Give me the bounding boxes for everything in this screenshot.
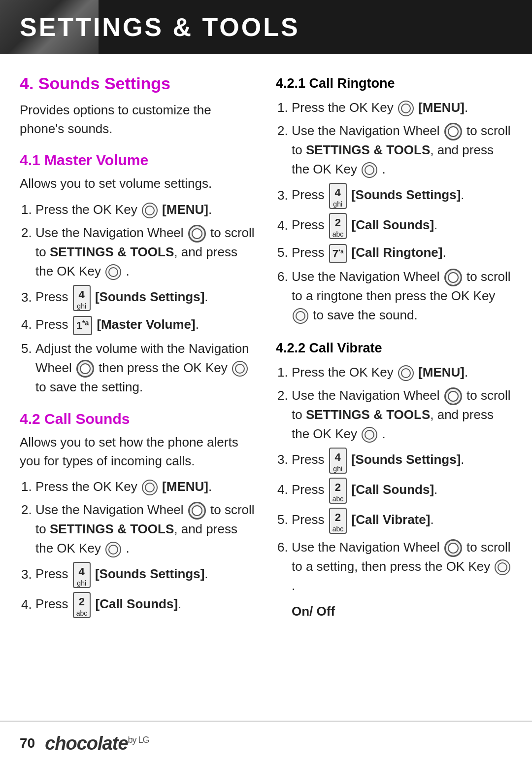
section-422-steps: Press the OK Key [MENU]. Use the Navigat… xyxy=(292,363,512,595)
step-42-3: Press 4ghi [Sounds Settings]. xyxy=(35,562,256,588)
step-41-5: Adjust the volume with the Navigation Wh… xyxy=(35,339,256,397)
section-421: 4.2.1 Call Ringtone Press the OK Key [ME… xyxy=(276,76,512,325)
step-421-4: Press 2abc [Call Sounds]. xyxy=(292,213,512,239)
section-42-heading: 4.2 Call Sounds xyxy=(20,411,256,427)
step-422-2: Use the Navigation Wheel to scroll to SE… xyxy=(292,386,512,444)
section-421-steps: Press the OK Key [MENU]. Use the Navigat… xyxy=(292,98,512,325)
key-7pqrs: 7*a xyxy=(329,244,347,263)
brand-logo: chocolateby LG xyxy=(45,733,149,754)
ok-key-icon-11 xyxy=(495,559,510,575)
brand-name: chocolate xyxy=(45,733,128,754)
step-421-6: Use the Navigation Wheel to scroll to a … xyxy=(292,267,512,325)
main-content: 4. Sounds Settings Provides options to c… xyxy=(0,54,532,648)
step-422-6: Use the Navigation Wheel to scroll to a … xyxy=(292,538,512,595)
ok-key-icon-3 xyxy=(232,361,248,377)
section-422-subheading: On/ Off xyxy=(292,602,512,621)
left-column: 4. Sounds Settings Provides options to c… xyxy=(20,74,256,628)
ok-key-icon-10 xyxy=(362,427,377,443)
section-42: 4.2 Call Sounds Allows you to set how th… xyxy=(20,411,256,619)
brand-suffix: by LG xyxy=(128,735,149,745)
step-41-1: Press the OK Key [MENU]. xyxy=(35,200,256,219)
page-title: SETTINGS & TOOLS xyxy=(0,12,300,42)
step-41-3: Press 4ghi [Sounds Settings]. xyxy=(35,285,256,311)
section-41-heading: 4.1 Master Volume xyxy=(20,152,256,169)
page-footer: 70 chocolateby LG xyxy=(0,721,532,765)
ok-key-icon-8 xyxy=(293,308,308,324)
step-421-1: Press the OK Key [MENU]. xyxy=(292,98,512,117)
ok-key-icon xyxy=(142,203,158,218)
step-42-1: Press the OK Key [MENU]. xyxy=(35,477,256,496)
section-421-heading: 4.2.1 Call Ringtone xyxy=(276,76,512,91)
step-42-4: Press 2abc [Call Sounds]. xyxy=(35,592,256,618)
step-422-4: Press 2abc [Call Sounds]. xyxy=(292,478,512,504)
ok-key-icon-9 xyxy=(398,365,414,381)
ok-key-icon-5 xyxy=(105,542,121,557)
page-header: SETTINGS & TOOLS xyxy=(0,0,532,54)
nav-wheel-icon-3 xyxy=(76,360,94,378)
key-2abc-4: 2abc xyxy=(329,508,347,534)
step-42-2: Use the Navigation Wheel to scroll to SE… xyxy=(35,500,256,558)
section-4: 4. Sounds Settings Provides options to c… xyxy=(20,74,256,138)
section-4-heading: 4. Sounds Settings xyxy=(20,74,256,93)
ok-key-icon-7 xyxy=(362,162,377,178)
key-4ghi: 4ghi xyxy=(73,285,91,311)
nav-wheel-icon-5 xyxy=(444,123,462,140)
step-421-5: Press 7*a [Call Ringtone]. xyxy=(292,243,512,263)
page-number: 70 xyxy=(20,735,35,751)
step-41-2: Use the Navigation Wheel to scroll to SE… xyxy=(35,223,256,281)
step-41-4: Press 1*a [Master Volume]. xyxy=(35,315,256,335)
key-2abc-2: 2abc xyxy=(329,213,347,239)
key-2abc: 2abc xyxy=(73,592,91,618)
section-422-heading: 4.2.2 Call Vibrate xyxy=(276,341,512,356)
key-4ghi-4: 4ghi xyxy=(329,448,347,474)
step-421-2: Use the Navigation Wheel to scroll to SE… xyxy=(292,121,512,179)
nav-wheel-icon-6 xyxy=(444,269,462,286)
section-42-intro: Allows you to set how the phone alerts y… xyxy=(20,433,256,470)
step-422-3: Press 4ghi [Sounds Settings]. xyxy=(292,448,512,474)
key-2abc-3: 2abc xyxy=(329,478,347,504)
step-421-3: Press 4ghi [Sounds Settings]. xyxy=(292,183,512,209)
step-422-5: Press 2abc [Call Vibrate]. xyxy=(292,508,512,534)
nav-wheel-icon xyxy=(188,225,206,243)
ok-key-icon-4 xyxy=(142,480,158,495)
section-422: 4.2.2 Call Vibrate Press the OK Key [MEN… xyxy=(276,341,512,621)
nav-wheel-icon-8 xyxy=(444,539,462,557)
nav-wheel-icon-7 xyxy=(444,387,462,405)
section-41: 4.1 Master Volume Allows you to set volu… xyxy=(20,152,256,397)
section-41-intro: Allows you to set volume settings. xyxy=(20,174,256,193)
nav-wheel-icon-4 xyxy=(188,502,206,520)
section-41-steps: Press the OK Key [MENU]. Use the Navigat… xyxy=(35,200,256,397)
key-1a: 1*a xyxy=(73,316,92,335)
step-422-1: Press the OK Key [MENU]. xyxy=(292,363,512,382)
key-4ghi-3: 4ghi xyxy=(329,183,347,209)
section-42-steps: Press the OK Key [MENU]. Use the Navigat… xyxy=(35,477,256,618)
ok-key-icon-2 xyxy=(105,264,121,280)
right-column: 4.2.1 Call Ringtone Press the OK Key [ME… xyxy=(276,74,512,628)
section-4-intro: Provides options to customize the phone'… xyxy=(20,101,256,138)
ok-key-icon-6 xyxy=(398,101,414,116)
key-4ghi-2: 4ghi xyxy=(73,562,91,588)
